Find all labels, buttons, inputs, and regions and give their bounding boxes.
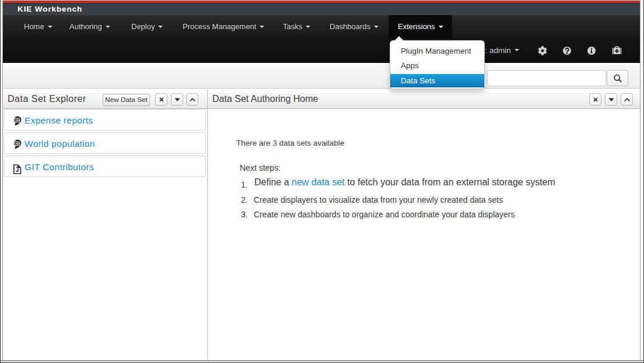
svg-text:CSV: CSV [14,119,19,122]
svg-text:CSV: CSV [14,142,19,145]
